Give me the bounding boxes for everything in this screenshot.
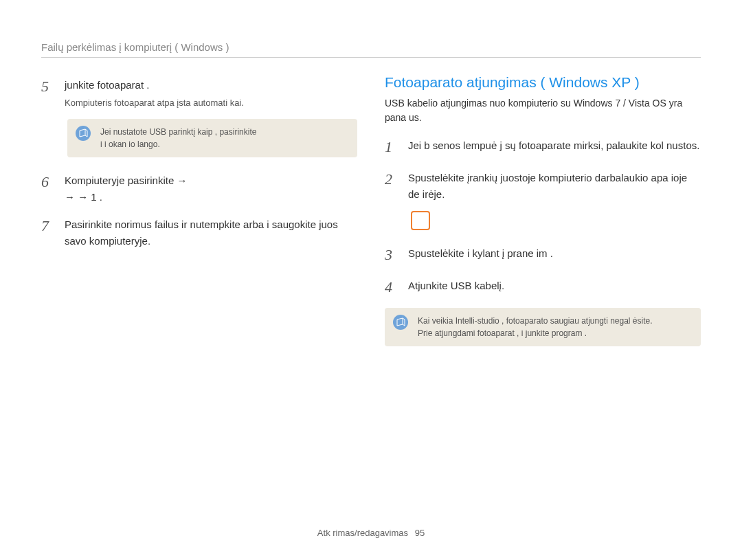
note-usb-setting: Jei nustatote USB parinktį kaip , pasiri… xyxy=(67,119,357,157)
step-number: 5 xyxy=(41,74,56,111)
step-number: 2 xyxy=(385,167,400,203)
step-body: Pasirinkite norimus failus ir nutempkite… xyxy=(65,214,357,249)
breadcrumb: Failų perkėlimas į kompiuterį ( Windows … xyxy=(41,41,701,58)
step-subtext: Kompiuteris fotoaparat atpa įsta automat… xyxy=(65,96,357,111)
step-2: 2 Spustelėkite įrankių juostoje kompiute… xyxy=(385,167,701,203)
note-intelli-studio: Kai veikia Intelli-studio , fotoaparato … xyxy=(385,308,701,346)
section-title: Fotoaparato atjungimas ( Windows XP ) xyxy=(385,74,701,91)
step-body: Jei b senos lempuė j sų fotoaparate mirk… xyxy=(408,135,701,159)
note-icon xyxy=(76,126,91,141)
step-body: Spustelėkite įrankių juostoje kompiuteri… xyxy=(408,167,701,203)
section-subtext: USB kabelio atjungimas nuo kompiuterio s… xyxy=(385,96,701,125)
step-1: 1 Jei b senos lempuė j sų fotoaparate mi… xyxy=(385,135,701,159)
page-number: 95 xyxy=(415,528,425,538)
step-3: 3 Spustelėkite i kylant į prane im . xyxy=(385,243,701,267)
step-number: 4 xyxy=(385,275,400,299)
eject-device-icon xyxy=(411,211,430,230)
step-body: Spustelėkite i kylant į prane im . xyxy=(408,243,701,267)
step-5: 5 junkite fotoaparat . Kompiuteris fotoa… xyxy=(41,74,357,111)
step-number: 3 xyxy=(385,243,400,267)
note-icon xyxy=(393,315,408,330)
right-column: Fotoaparato atjungimas ( Windows XP ) US… xyxy=(385,74,701,359)
step-number: 1 xyxy=(385,135,400,159)
footer-label: Atk rimas/redagavimas xyxy=(317,528,408,538)
note-text: Jei nustatote USB parinktį kaip , pasiri… xyxy=(100,127,256,149)
step-body: Atjunkite USB kabelį. xyxy=(408,275,701,299)
left-column: 5 junkite fotoaparat . Kompiuteris fotoa… xyxy=(41,74,357,359)
step-6: 6 Kompiuteryje pasirinkite → → → 1 . xyxy=(41,170,357,205)
note-text: Kai veikia Intelli-studio , fotoaparato … xyxy=(418,316,653,338)
step-7: 7 Pasirinkite norimus failus ir nutempki… xyxy=(41,214,357,249)
step-body: junkite fotoaparat . Kompiuteris fotoapa… xyxy=(65,74,357,111)
step-body: Kompiuteryje pasirinkite → → → 1 . xyxy=(65,170,357,205)
step-4: 4 Atjunkite USB kabelį. xyxy=(385,275,701,299)
page-footer: Atk rimas/redagavimas 95 xyxy=(0,528,742,538)
step-title: junkite fotoaparat . xyxy=(65,77,357,93)
page-columns: 5 junkite fotoaparat . Kompiuteris fotoa… xyxy=(41,74,701,359)
step-number: 6 xyxy=(41,170,56,205)
step-number: 7 xyxy=(41,214,56,249)
